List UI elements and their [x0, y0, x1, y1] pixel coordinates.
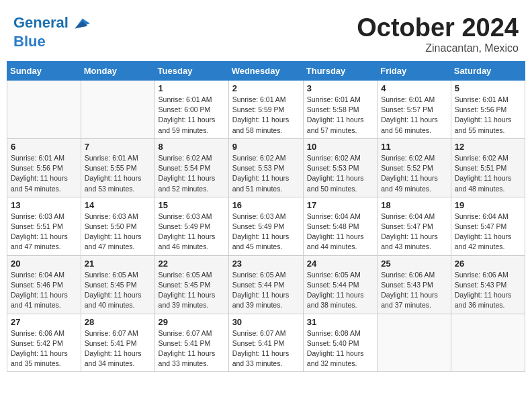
location: Zinacantan, Mexico: [357, 42, 519, 54]
day-number: 8: [159, 142, 225, 152]
day-number: 14: [85, 200, 151, 210]
day-number: 23: [232, 259, 300, 269]
day-info: Sunrise: 6:07 AM Sunset: 5:41 PM Dayligh…: [85, 328, 151, 369]
day-number: 24: [307, 259, 373, 269]
day-info: Sunrise: 6:08 AM Sunset: 5:40 PM Dayligh…: [307, 328, 373, 369]
day-number: 5: [455, 83, 521, 93]
day-info: Sunrise: 6:02 AM Sunset: 5:53 PM Dayligh…: [307, 153, 373, 194]
day-number: 11: [381, 142, 447, 152]
calendar-cell: 24Sunrise: 6:05 AM Sunset: 5:44 PM Dayli…: [303, 255, 377, 314]
calendar-cell: 28Sunrise: 6:07 AM Sunset: 5:41 PM Dayli…: [81, 314, 154, 372]
day-number: 15: [159, 200, 225, 210]
month-title: October 2024 Zinacantan, Mexico: [357, 13, 519, 54]
day-info: Sunrise: 6:06 AM Sunset: 5:42 PM Dayligh…: [11, 328, 77, 369]
day-number: 31: [307, 317, 373, 327]
day-number: 21: [85, 259, 151, 269]
calendar-cell: 10Sunrise: 6:02 AM Sunset: 5:53 PM Dayli…: [303, 138, 377, 197]
calendar-cell: 1Sunrise: 6:01 AM Sunset: 6:00 PM Daylig…: [154, 81, 228, 139]
calendar-cell: 30Sunrise: 6:07 AM Sunset: 5:41 PM Dayli…: [228, 314, 303, 372]
calendar-cell: 23Sunrise: 6:05 AM Sunset: 5:44 PM Dayli…: [228, 255, 303, 314]
calendar-cell: 25Sunrise: 6:06 AM Sunset: 5:43 PM Dayli…: [378, 255, 451, 314]
calendar-cell: 8Sunrise: 6:02 AM Sunset: 5:54 PM Daylig…: [154, 138, 228, 197]
day-info: Sunrise: 6:04 AM Sunset: 5:48 PM Dayligh…: [307, 212, 373, 253]
week-row-3: 13Sunrise: 6:03 AM Sunset: 5:51 PM Dayli…: [7, 197, 525, 255]
weekday-header-thursday: Thursday: [303, 62, 377, 81]
day-info: Sunrise: 6:01 AM Sunset: 5:56 PM Dayligh…: [11, 153, 77, 194]
calendar-cell: 31Sunrise: 6:08 AM Sunset: 5:40 PM Dayli…: [303, 314, 377, 372]
calendar-cell: 2Sunrise: 6:01 AM Sunset: 5:59 PM Daylig…: [228, 81, 303, 139]
calendar-cell: 21Sunrise: 6:05 AM Sunset: 5:45 PM Dayli…: [81, 255, 154, 314]
calendar-cell: 29Sunrise: 6:07 AM Sunset: 5:41 PM Dayli…: [154, 314, 228, 372]
calendar-cell: 13Sunrise: 6:03 AM Sunset: 5:51 PM Dayli…: [7, 197, 81, 255]
calendar-cell: 26Sunrise: 6:06 AM Sunset: 5:43 PM Dayli…: [451, 255, 525, 314]
calendar-cell: 16Sunrise: 6:03 AM Sunset: 5:49 PM Dayli…: [228, 197, 303, 255]
day-info: Sunrise: 6:06 AM Sunset: 5:43 PM Dayligh…: [381, 270, 447, 311]
day-info: Sunrise: 6:03 AM Sunset: 5:49 PM Dayligh…: [232, 212, 300, 253]
calendar-cell: 6Sunrise: 6:01 AM Sunset: 5:56 PM Daylig…: [7, 138, 81, 197]
day-number: 2: [232, 83, 300, 93]
day-info: Sunrise: 6:01 AM Sunset: 6:00 PM Dayligh…: [159, 95, 225, 136]
calendar-cell: 12Sunrise: 6:02 AM Sunset: 5:51 PM Dayli…: [451, 138, 525, 197]
day-info: Sunrise: 6:04 AM Sunset: 5:47 PM Dayligh…: [455, 212, 521, 253]
week-row-4: 20Sunrise: 6:04 AM Sunset: 5:46 PM Dayli…: [7, 255, 525, 314]
day-info: Sunrise: 6:02 AM Sunset: 5:51 PM Dayligh…: [455, 153, 521, 194]
day-info: Sunrise: 6:05 AM Sunset: 5:44 PM Dayligh…: [232, 270, 300, 311]
calendar-cell: 14Sunrise: 6:03 AM Sunset: 5:50 PM Dayli…: [81, 197, 154, 255]
calendar-cell: 9Sunrise: 6:02 AM Sunset: 5:53 PM Daylig…: [228, 138, 303, 197]
day-number: 27: [11, 317, 77, 327]
weekday-header-row: SundayMondayTuesdayWednesdayThursdayFrid…: [7, 62, 525, 81]
day-number: 29: [159, 317, 225, 327]
calendar-cell: 20Sunrise: 6:04 AM Sunset: 5:46 PM Dayli…: [7, 255, 81, 314]
logo-text: General Blue: [13, 13, 90, 50]
day-info: Sunrise: 6:01 AM Sunset: 5:59 PM Dayligh…: [232, 95, 300, 136]
calendar-cell: [451, 314, 525, 372]
day-number: 10: [307, 142, 373, 152]
day-number: 20: [11, 259, 77, 269]
day-info: Sunrise: 6:04 AM Sunset: 5:46 PM Dayligh…: [11, 270, 77, 311]
day-number: 9: [232, 142, 300, 152]
day-info: Sunrise: 6:02 AM Sunset: 5:54 PM Dayligh…: [159, 153, 225, 194]
page-header: General Blue October 2024 Zinacantan, Me…: [7, 7, 525, 58]
week-row-2: 6Sunrise: 6:01 AM Sunset: 5:56 PM Daylig…: [7, 138, 525, 197]
day-number: 17: [307, 200, 373, 210]
calendar-cell: 11Sunrise: 6:02 AM Sunset: 5:52 PM Dayli…: [378, 138, 451, 197]
calendar-cell: 19Sunrise: 6:04 AM Sunset: 5:47 PM Dayli…: [451, 197, 525, 255]
day-number: 4: [381, 83, 447, 93]
day-info: Sunrise: 6:01 AM Sunset: 5:55 PM Dayligh…: [85, 153, 151, 194]
calendar-cell: 27Sunrise: 6:06 AM Sunset: 5:42 PM Dayli…: [7, 314, 81, 372]
day-info: Sunrise: 6:01 AM Sunset: 5:58 PM Dayligh…: [307, 95, 373, 136]
day-info: Sunrise: 6:02 AM Sunset: 5:52 PM Dayligh…: [381, 153, 447, 194]
day-info: Sunrise: 6:05 AM Sunset: 5:45 PM Dayligh…: [159, 270, 225, 311]
weekday-header-tuesday: Tuesday: [154, 62, 228, 81]
calendar-cell: [7, 81, 81, 139]
day-number: 12: [455, 142, 521, 152]
day-number: 6: [11, 142, 77, 152]
weekday-header-saturday: Saturday: [451, 62, 525, 81]
calendar-table: SundayMondayTuesdayWednesdayThursdayFrid…: [7, 61, 525, 372]
day-info: Sunrise: 6:01 AM Sunset: 5:56 PM Dayligh…: [455, 95, 521, 136]
day-number: 30: [232, 317, 300, 327]
weekday-header-monday: Monday: [81, 62, 154, 81]
day-info: Sunrise: 6:03 AM Sunset: 5:50 PM Dayligh…: [85, 212, 151, 253]
day-number: 18: [381, 200, 447, 210]
day-number: 19: [455, 200, 521, 210]
calendar-cell: 5Sunrise: 6:01 AM Sunset: 5:56 PM Daylig…: [451, 81, 525, 139]
day-info: Sunrise: 6:06 AM Sunset: 5:43 PM Dayligh…: [455, 270, 521, 311]
calendar-cell: [378, 314, 451, 372]
weekday-header-friday: Friday: [378, 62, 451, 81]
logo: General Blue: [13, 13, 90, 50]
day-info: Sunrise: 6:03 AM Sunset: 5:51 PM Dayligh…: [11, 212, 77, 253]
day-number: 3: [307, 83, 373, 93]
calendar-cell: 4Sunrise: 6:01 AM Sunset: 5:57 PM Daylig…: [378, 81, 451, 139]
day-number: 28: [85, 317, 151, 327]
day-info: Sunrise: 6:04 AM Sunset: 5:47 PM Dayligh…: [381, 212, 447, 253]
week-row-1: 1Sunrise: 6:01 AM Sunset: 6:00 PM Daylig…: [7, 81, 525, 139]
calendar-cell: 22Sunrise: 6:05 AM Sunset: 5:45 PM Dayli…: [154, 255, 228, 314]
day-info: Sunrise: 6:05 AM Sunset: 5:45 PM Dayligh…: [85, 270, 151, 311]
day-info: Sunrise: 6:07 AM Sunset: 5:41 PM Dayligh…: [159, 328, 225, 369]
day-number: 16: [232, 200, 300, 210]
day-info: Sunrise: 6:03 AM Sunset: 5:49 PM Dayligh…: [159, 212, 225, 253]
day-number: 26: [455, 259, 521, 269]
day-info: Sunrise: 6:01 AM Sunset: 5:57 PM Dayligh…: [381, 95, 447, 136]
calendar-cell: [81, 81, 154, 139]
